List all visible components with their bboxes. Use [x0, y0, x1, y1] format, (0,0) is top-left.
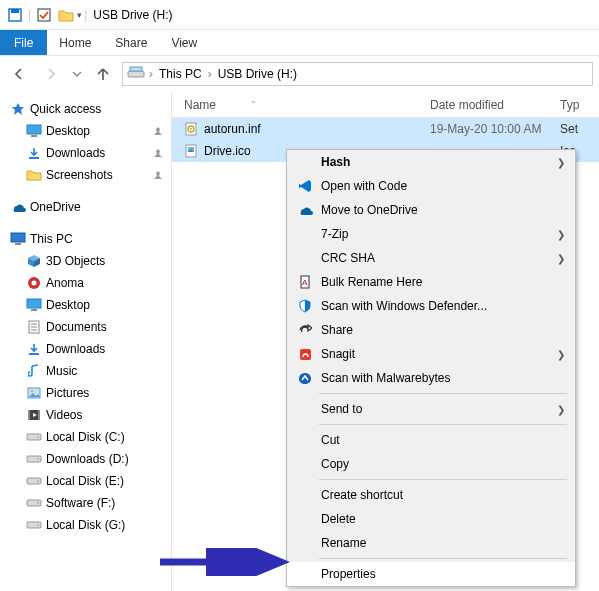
recent-locations-button[interactable] [70, 61, 84, 87]
menu-item-create-shortcut[interactable]: Create shortcut [287, 483, 575, 507]
desktop-icon [26, 123, 42, 139]
tree-item-documents[interactable]: Documents [6, 316, 171, 338]
menu-item-cut[interactable]: Cut [287, 428, 575, 452]
tree-quick-access[interactable]: Quick access [6, 98, 171, 120]
drive-icon [127, 65, 145, 83]
menu-item-7-zip[interactable]: 7-Zip❯ [287, 222, 575, 246]
svg-rect-5 [27, 125, 41, 134]
pictures-icon [26, 385, 42, 401]
tree-item-music[interactable]: Music [6, 360, 171, 382]
forward-button[interactable] [38, 61, 64, 87]
share-tab[interactable]: Share [103, 30, 159, 55]
disk-icon [26, 517, 42, 533]
tree-item-downloads[interactable]: Downloads [6, 142, 171, 164]
svg-rect-4 [130, 67, 142, 71]
menu-separator [319, 424, 567, 425]
svg-point-11 [32, 281, 37, 286]
breadcrumb-this-pc[interactable]: This PC [155, 67, 206, 81]
menu-item-crc-sha[interactable]: CRC SHA❯ [287, 246, 575, 270]
menu-item-delete[interactable]: Delete [287, 507, 575, 531]
ribbon: File Home Share View [0, 30, 599, 56]
file-row[interactable]: autorun.inf19-May-20 10:00 AMSet [172, 118, 599, 140]
svg-point-25 [37, 436, 39, 438]
defender-icon [295, 299, 315, 313]
home-tab[interactable]: Home [47, 30, 103, 55]
submenu-arrow-icon: ❯ [557, 229, 565, 240]
title-bar: | ▾ | USB Drive (H:) [0, 0, 599, 30]
anoma-icon [26, 275, 42, 291]
tree-this-pc[interactable]: This PC [6, 228, 171, 250]
menu-item-open-with-code[interactable]: Open with Code [287, 174, 575, 198]
snagit-icon [295, 348, 315, 361]
menu-item-hash[interactable]: Hash❯ [287, 150, 575, 174]
tree-item-software-f-[interactable]: Software (F:) [6, 492, 171, 514]
disk-icon [26, 495, 42, 511]
tree-item-videos[interactable]: Videos [6, 404, 171, 426]
menu-item-properties[interactable]: Properties [287, 562, 575, 586]
svg-rect-1 [11, 9, 19, 13]
tree-item-downloads-d-[interactable]: Downloads (D:) [6, 448, 171, 470]
chevron-right-icon[interactable]: › [147, 67, 155, 81]
svg-rect-26 [27, 456, 41, 462]
downloads-icon [26, 341, 42, 357]
tree-item-anoma[interactable]: Anoma [6, 272, 171, 294]
navigation-tree[interactable]: Quick access DesktopDownloadsScreenshots… [0, 92, 172, 591]
file-tab[interactable]: File [0, 30, 47, 55]
menu-item-scan-with-windows-defender[interactable]: Scan with Windows Defender... [287, 294, 575, 318]
breadcrumb-leaf[interactable]: USB Drive (H:) [214, 67, 301, 81]
menu-separator [319, 479, 567, 480]
checkbox-icon[interactable] [35, 6, 53, 24]
tree-item-downloads[interactable]: Downloads [6, 338, 171, 360]
column-headers[interactable]: Name⌃ Date modified Typ [172, 92, 599, 118]
chevron-right-icon[interactable]: › [206, 67, 214, 81]
svg-point-36 [190, 128, 192, 130]
up-button[interactable] [90, 61, 116, 87]
menu-item-send-to[interactable]: Send to❯ [287, 397, 575, 421]
navigation-bar: › This PC › USB Drive (H:) [0, 56, 599, 92]
qat-overflow-icon[interactable]: ▾ [77, 10, 82, 20]
mwb-icon [295, 372, 315, 385]
svg-rect-8 [11, 233, 25, 242]
svg-rect-24 [27, 434, 41, 440]
svg-point-27 [37, 458, 39, 460]
file-icon [184, 144, 198, 158]
menu-item-snagit[interactable]: Snagit❯ [287, 342, 575, 366]
tree-item-desktop[interactable]: Desktop [6, 294, 171, 316]
documents-icon [26, 319, 42, 335]
column-name[interactable]: Name [184, 98, 216, 112]
menu-item-bulk-rename-here[interactable]: ABulk Rename Here [287, 270, 575, 294]
column-type[interactable]: Typ [560, 98, 599, 112]
brh-icon: A [295, 275, 315, 289]
svg-rect-7 [29, 157, 39, 159]
menu-item-move-to-onedrive[interactable]: Move to OneDrive [287, 198, 575, 222]
menu-item-rename[interactable]: Rename [287, 531, 575, 555]
tree-item-pictures[interactable]: Pictures [6, 382, 171, 404]
svg-rect-28 [27, 478, 41, 484]
menu-item-copy[interactable]: Copy [287, 452, 575, 476]
tree-item-desktop[interactable]: Desktop [6, 120, 171, 142]
back-button[interactable] [6, 61, 32, 87]
3d-icon [26, 253, 42, 269]
menu-item-share[interactable]: Share [287, 318, 575, 342]
svg-rect-18 [29, 353, 39, 355]
column-date[interactable]: Date modified [430, 98, 560, 112]
submenu-arrow-icon: ❯ [557, 404, 565, 415]
svg-point-29 [37, 480, 39, 482]
context-menu[interactable]: Hash❯Open with CodeMove to OneDrive7-Zip… [286, 149, 576, 587]
pin-icon [153, 170, 163, 180]
svg-rect-2 [38, 9, 50, 21]
menu-item-scan-with-malwarebytes[interactable]: Scan with Malwarebytes [287, 366, 575, 390]
address-bar[interactable]: › This PC › USB Drive (H:) [122, 62, 593, 86]
tree-item-local-disk-g-[interactable]: Local Disk (G:) [6, 514, 171, 536]
view-tab[interactable]: View [159, 30, 209, 55]
tree-item-screenshots[interactable]: Screenshots [6, 164, 171, 186]
folder-icon[interactable] [57, 6, 75, 24]
tree-item-3d-objects[interactable]: 3D Objects [6, 250, 171, 272]
tree-item-local-disk-e-[interactable]: Local Disk (E:) [6, 470, 171, 492]
svg-text:A: A [302, 278, 308, 287]
svg-rect-3 [128, 71, 144, 77]
tree-onedrive[interactable]: OneDrive [6, 196, 171, 218]
submenu-arrow-icon: ❯ [557, 253, 565, 264]
save-icon[interactable] [6, 6, 24, 24]
tree-item-local-disk-c-[interactable]: Local Disk (C:) [6, 426, 171, 448]
